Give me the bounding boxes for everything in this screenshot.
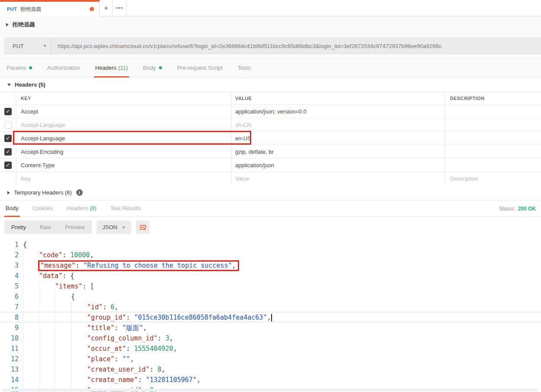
tab-tests[interactable]: Tests [236, 59, 252, 78]
code-token: "occur_at" [87, 345, 126, 353]
checkbox-unchecked[interactable] [4, 121, 12, 129]
code-line[interactable]: 3"message": "Refusing to choose the topi… [0, 260, 541, 270]
tab-label: Headers [67, 205, 88, 211]
indent-guide [71, 375, 87, 385]
tab-body[interactable]: Body [142, 59, 163, 78]
header-value-cell[interactable]: application/json [232, 159, 445, 172]
indent-guide [39, 354, 55, 364]
indent-guide [71, 364, 87, 375]
header-description-cell[interactable] [445, 132, 541, 145]
header-value-cell[interactable]: Value [232, 172, 445, 185]
code-line[interactable]: 14"create_name": "13281105967", [0, 374, 541, 385]
indent-guide [23, 250, 39, 260]
url-bar: PUT ▼ https://api.pcs.wjdev.chinamcloud.… [4, 38, 541, 54]
code-line[interactable]: 5"items": [ [0, 281, 541, 291]
tab-headers[interactable]: Headers(11) [94, 59, 129, 78]
checkbox-checked[interactable]: ✓ [4, 108, 12, 115]
header-key-cell[interactable]: Accept-Encoding [16, 145, 232, 158]
header-key-cell[interactable]: Accept-Language [16, 132, 232, 145]
header-key-cell[interactable]: Key [16, 172, 232, 185]
code-line[interactable]: 7"id": 6, [0, 301, 541, 312]
header-value-cell[interactable]: gzip, deflate, br [232, 145, 445, 158]
code-line[interactable]: 6{ [0, 291, 541, 301]
view-pretty-button[interactable]: Pretty [4, 220, 33, 234]
indent-guide [39, 375, 55, 385]
header-description-cell[interactable] [445, 105, 541, 118]
code-line[interactable]: 4"data": { [0, 270, 541, 281]
checkbox-cell [0, 118, 16, 131]
tab-options-button[interactable]: ••• [113, 0, 126, 16]
indent-guide [55, 364, 71, 375]
code-token: "015ce30b116ce86058fa6ab4fea4ac63" [134, 314, 267, 321]
wrap-text-icon [139, 224, 146, 231]
code-line[interactable]: 10"config_column_id": 3, [0, 333, 541, 343]
response-body-editor[interactable]: 1{2"code": 10000,3"message": "Refusing t… [0, 237, 541, 392]
expand-arrow-icon[interactable] [7, 84, 11, 86]
collapse-arrow-icon[interactable] [7, 191, 10, 194]
indent-guide [39, 364, 55, 375]
view-raw-button[interactable]: Raw [33, 220, 58, 234]
view-mode-switch: PrettyRawPreview [4, 220, 92, 234]
temporary-headers-row[interactable]: Temporary Headers (6) i [0, 185, 541, 201]
response-tab-test-results[interactable]: Test Results [109, 201, 143, 217]
checkbox-checked[interactable]: ✓ [4, 135, 12, 142]
code-line[interactable]: 2"code": 10000, [0, 249, 541, 260]
header-row: ✓Acceptapplication/json; version=0.0 [0, 104, 541, 118]
header-value-cell[interactable]: zh-CN [232, 118, 445, 131]
indent-guide [39, 333, 55, 343]
checkbox-checked[interactable]: ✓ [4, 148, 12, 156]
header-key-cell[interactable]: Accept [16, 105, 232, 118]
line-number: 10 [0, 333, 23, 343]
tab-label: Body [143, 65, 156, 71]
indent-guide [55, 292, 71, 302]
code-line[interactable]: 8"group_id": "015ce30b116ce86058fa6ab4fe… [0, 312, 541, 322]
header-value-cell[interactable]: application/json; version=0.0 [232, 105, 445, 118]
indent-guide [23, 333, 39, 343]
line-number: 13 [0, 364, 23, 375]
header-key-cell[interactable]: Content-Type [16, 159, 232, 172]
headers-table: KEYVALUEDESCRIPTION✓Acceptapplication/js… [0, 92, 541, 185]
header-description-cell[interactable] [445, 145, 541, 158]
header-description-cell[interactable] [445, 118, 541, 131]
header-value-cell[interactable]: en-US [232, 132, 445, 145]
checkbox-checked[interactable]: ✓ [4, 162, 12, 169]
horizontal-scrollbar[interactable] [3, 389, 538, 392]
tab-label: Params [6, 65, 26, 71]
code-line[interactable]: 12"place": "", [0, 353, 541, 364]
code-line[interactable]: 1{ [0, 239, 541, 249]
code-token: , [90, 251, 94, 259]
request-tab[interactable]: PUT 拒绝选题 [0, 0, 100, 16]
new-tab-button[interactable]: + [100, 0, 113, 16]
headers-section-header[interactable]: Headers (5) [0, 78, 541, 92]
view-preview-button[interactable]: Preview [58, 220, 92, 234]
collapse-arrow-icon[interactable] [6, 23, 9, 26]
tab-pre-request-script[interactable]: Pre-request Script [176, 59, 224, 78]
line-number: 7 [0, 302, 23, 312]
code-token: "config_column_id" [87, 334, 158, 342]
line-number: 14 [0, 375, 23, 385]
method-dropdown[interactable]: PUT ▼ [5, 38, 52, 54]
response-tab-headers[interactable]: Headers(8) [65, 201, 98, 217]
header-description-cell[interactable]: Description [445, 172, 541, 185]
wrap-text-button[interactable] [136, 220, 149, 234]
code-token: , [143, 324, 147, 332]
temporary-headers-title: Temporary Headers (6) [14, 189, 72, 196]
tab-label: Authorization [47, 65, 80, 71]
code-line[interactable]: 11"occur_at": 1555404920, [0, 343, 541, 353]
format-dropdown[interactable]: JSON ▼ [97, 220, 131, 234]
request-name-row[interactable]: 拒绝选题 [0, 16, 541, 33]
indent-guide [55, 312, 71, 323]
tab-authorization[interactable]: Authorization [46, 59, 81, 78]
tab-strip-filler [126, 0, 541, 16]
response-tab-cookies[interactable]: Cookies [31, 201, 54, 217]
code-line[interactable]: 9"title": "版面", [0, 322, 541, 333]
response-tab-body[interactable]: Body [4, 201, 20, 217]
header-description-cell[interactable] [445, 159, 541, 172]
url-input[interactable]: https://api.pcs.wjdev.chinamcloud.cn/v1/… [52, 38, 541, 54]
header-key-cell[interactable]: Accept-Language [16, 118, 232, 131]
indent-guide [55, 375, 71, 385]
code-line[interactable]: 13"create_user_id": 8, [0, 364, 541, 374]
tab-params[interactable]: Params [5, 59, 33, 78]
tab-count: (8) [90, 205, 97, 211]
info-icon[interactable]: i [76, 189, 83, 196]
